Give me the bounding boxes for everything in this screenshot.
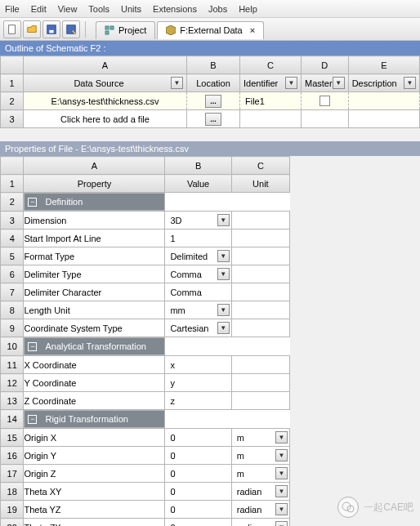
val-theta-zx[interactable]: 0: [165, 519, 231, 527]
val-coord-system[interactable]: Cartesian: [170, 323, 208, 333]
menu-help[interactable]: Help: [239, 4, 257, 14]
val-z-coord[interactable]: z: [165, 392, 231, 410]
svg-rect-2: [49, 29, 53, 33]
row-3[interactable]: 3: [1, 110, 24, 128]
pcol-b[interactable]: B: [165, 157, 231, 175]
open-button[interactable]: [23, 20, 41, 38]
val-delimiter-char[interactable]: Comma: [165, 283, 231, 301]
dropdown-icon[interactable]: ▼: [285, 77, 297, 89]
pcol-a[interactable]: A: [24, 157, 165, 175]
menu-extensions[interactable]: Extensions: [153, 4, 197, 14]
hdr-location: Location: [187, 74, 240, 92]
col-e[interactable]: E: [348, 56, 419, 74]
dropdown-icon[interactable]: ▼: [333, 77, 345, 89]
unit-origin-x[interactable]: m: [237, 433, 244, 443]
unit-theta-zx[interactable]: radian: [237, 523, 262, 527]
dropdown-icon[interactable]: ▼: [217, 250, 230, 262]
collapse-icon[interactable]: −: [28, 415, 37, 424]
dropdown-icon[interactable]: ▼: [217, 304, 230, 316]
menu-bar: File Edit View Tools Units Extensions Jo…: [0, 0, 420, 18]
new-button[interactable]: [3, 20, 21, 38]
pcol-c[interactable]: C: [231, 157, 289, 175]
prop-delimiter-type: Delimiter Type: [24, 265, 165, 283]
val-format-type[interactable]: Delimited: [170, 252, 208, 261]
prop-delimiter-char: Delimiter Character: [24, 283, 165, 301]
dropdown-icon[interactable]: ▼: [217, 214, 230, 226]
dropdown-icon[interactable]: ▼: [171, 77, 183, 89]
master-checkbox[interactable]: [319, 96, 330, 106]
browse-button[interactable]: ...: [205, 113, 221, 126]
collapse-icon[interactable]: −: [28, 342, 37, 351]
val-delimiter-type[interactable]: Comma: [170, 270, 202, 279]
prop-format-type: Format Type: [24, 247, 165, 265]
dropdown-icon[interactable]: ▼: [275, 431, 288, 444]
val-origin-x[interactable]: 0: [165, 429, 231, 447]
outline-header: Outline of Schematic F2 :: [0, 41, 420, 56]
description-cell[interactable]: [348, 92, 419, 110]
unit-theta-xy[interactable]: radian: [237, 487, 262, 497]
row-1[interactable]: 1: [1, 74, 24, 92]
row-2[interactable]: 2: [1, 92, 24, 110]
properties-panel: Properties of File - E:\ansys-test\thick…: [0, 141, 420, 526]
menu-file[interactable]: File: [5, 4, 20, 14]
file-path-cell[interactable]: E:\ansys-test\thickness.csv: [24, 96, 186, 106]
tab-project-label: Project: [118, 25, 146, 35]
prop-y-coord: Y Coordinate: [24, 374, 165, 392]
section-analytical[interactable]: −Analytical Transformation: [24, 337, 164, 355]
collapse-icon[interactable]: −: [28, 198, 37, 207]
dropdown-icon[interactable]: ▼: [275, 449, 288, 461]
save-button[interactable]: [42, 20, 60, 38]
prop-theta-yz: Theta YZ: [24, 501, 165, 519]
menu-tools[interactable]: Tools: [88, 4, 109, 14]
hdr-description: Description: [352, 78, 397, 88]
dropdown-icon[interactable]: ▼: [275, 503, 288, 515]
dropdown-icon[interactable]: ▼: [404, 77, 416, 89]
corner-cell: [1, 157, 24, 175]
val-origin-y[interactable]: 0: [165, 447, 231, 465]
prop-origin-x: Origin X: [24, 429, 165, 447]
svg-rect-5: [110, 26, 114, 29]
hdr-property: Property: [24, 175, 165, 193]
prop-coord-system: Coordinate System Type: [24, 319, 165, 337]
save-as-button[interactable]: [62, 20, 80, 38]
menu-jobs[interactable]: Jobs: [208, 4, 227, 14]
browse-button[interactable]: ...: [205, 95, 221, 108]
hdr-value: Value: [165, 175, 231, 193]
menu-view[interactable]: View: [58, 4, 78, 14]
col-b[interactable]: B: [187, 56, 240, 74]
prop-theta-zx: Theta ZX: [24, 519, 165, 527]
dropdown-icon[interactable]: ▼: [275, 485, 288, 497]
col-a[interactable]: A: [24, 56, 187, 74]
unit-origin-z[interactable]: m: [237, 469, 244, 479]
dropdown-icon[interactable]: ▼: [275, 521, 288, 526]
tab-external-data[interactable]: F:External Data ×: [157, 21, 264, 39]
val-theta-xy[interactable]: 0: [165, 483, 231, 501]
add-file-hint[interactable]: Click here to add a file: [24, 114, 186, 124]
prop-origin-z: Origin Z: [24, 465, 165, 483]
menu-units[interactable]: Units: [121, 4, 141, 14]
val-origin-z[interactable]: 0: [165, 465, 231, 483]
hdr-master: Master: [305, 78, 333, 88]
project-icon: [105, 25, 114, 35]
tab-project[interactable]: Project: [96, 21, 155, 39]
tab-bar: Project F:External Data ×: [96, 20, 264, 39]
close-tab-icon[interactable]: ×: [250, 25, 255, 35]
val-length-unit[interactable]: mm: [170, 305, 185, 315]
dropdown-icon[interactable]: ▼: [275, 467, 288, 479]
unit-origin-y[interactable]: m: [237, 451, 244, 461]
col-c[interactable]: C: [240, 56, 302, 74]
val-x-coord[interactable]: x: [165, 356, 231, 374]
section-definition[interactable]: −Definition: [24, 193, 164, 211]
val-start-line[interactable]: 1: [165, 230, 231, 247]
dropdown-icon[interactable]: ▼: [217, 322, 230, 334]
unit-theta-yz[interactable]: radian: [237, 505, 262, 515]
val-theta-yz[interactable]: 0: [165, 501, 231, 519]
file-id-cell[interactable]: File1: [240, 92, 302, 110]
hdr-unit: Unit: [231, 175, 289, 193]
dropdown-icon[interactable]: ▼: [217, 268, 230, 280]
col-d[interactable]: D: [302, 56, 349, 74]
val-dimension[interactable]: 3D: [170, 216, 181, 225]
section-rigid[interactable]: −Rigid Transformation: [24, 410, 164, 428]
menu-edit[interactable]: Edit: [31, 4, 47, 14]
val-y-coord[interactable]: y: [165, 374, 231, 392]
